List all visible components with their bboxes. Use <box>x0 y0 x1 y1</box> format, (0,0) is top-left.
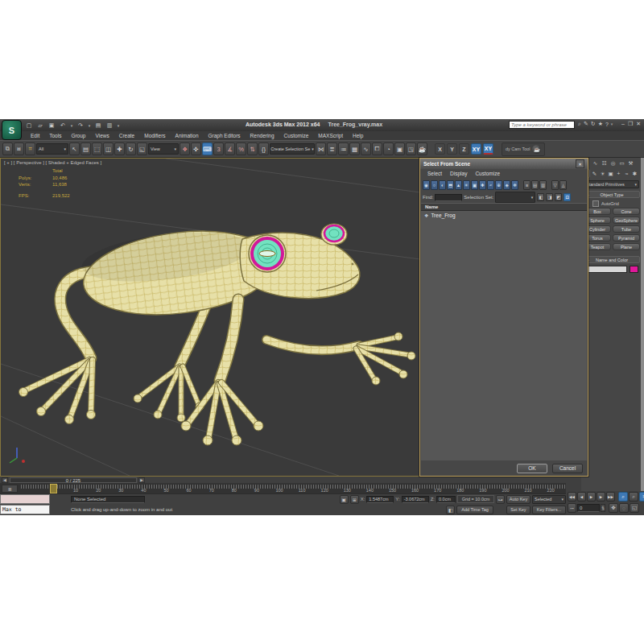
next-frame-button[interactable]: ▶ <box>597 492 605 502</box>
display-lights-icon[interactable]: ☀ <box>463 180 470 190</box>
tab-display[interactable]: ▭ <box>618 159 625 168</box>
scene-object-list[interactable]: ❖ Tree_Frog <box>421 211 587 460</box>
select-and-link-icon[interactable]: ⧉ <box>2 142 13 155</box>
angle-snap-icon[interactable]: ∡ <box>225 142 235 155</box>
primitive-category-dropdown[interactable]: Standard Primitives <box>584 180 639 188</box>
menu-edit[interactable]: Edit <box>26 133 44 138</box>
help-caret-icon[interactable]: ▾ <box>611 122 613 126</box>
time-tag-icon[interactable]: ◧ <box>446 506 455 514</box>
render-production-icon[interactable]: ☕ <box>417 142 427 155</box>
zoom-icon[interactable]: ⌕ <box>618 492 628 502</box>
category-lights[interactable]: ☀ <box>599 169 606 178</box>
viewport-label[interactable]: [ + ] [ Perspective ] [ Shaded + Edged F… <box>4 160 101 165</box>
dialog-title-bar[interactable]: Select From Scene ✕ <box>420 159 588 169</box>
y-coordinate-field[interactable]: -3.0672cm <box>402 496 429 503</box>
pyramid-button[interactable]: Pyramid <box>613 234 640 242</box>
zoom-all-icon[interactable]: ⌕ <box>629 492 638 502</box>
auto-key-button[interactable]: Auto Key <box>506 495 530 504</box>
tube-button[interactable]: Tube <box>613 225 640 233</box>
key-filters-button[interactable]: Key Filters... <box>532 506 566 514</box>
axis-xy-button[interactable]: XY <box>471 143 481 155</box>
key-mode-toggle-icon[interactable]: ⊶ <box>568 503 576 513</box>
geosphere-button[interactable]: GeoSphere <box>613 217 640 224</box>
ok-button[interactable]: OK <box>517 464 547 473</box>
new-scene-icon[interactable]: ▢ <box>24 121 34 130</box>
scene-object-row[interactable]: ❖ Tree_Frog <box>421 211 587 219</box>
named-selection-sets-icon[interactable]: {} <box>258 142 269 155</box>
category-shapes[interactable]: ✎ <box>591 169 598 178</box>
menu-group[interactable]: Group <box>66 133 90 138</box>
project-folder-icon[interactable]: ▤ <box>93 121 103 130</box>
close-button[interactable]: ✕ <box>636 121 641 127</box>
bind-to-spacewarp-icon[interactable]: ⌗ <box>25 142 35 155</box>
qat-overflow-icon[interactable]: ▾ <box>116 121 121 130</box>
display-spacewarps-icon[interactable]: ≈ <box>487 180 494 190</box>
play-button[interactable]: ▶ <box>587 492 596 502</box>
open-file-icon[interactable]: ▱ <box>35 121 45 130</box>
axis-xy2-button[interactable]: XY <box>483 143 493 155</box>
category-helpers[interactable]: + <box>615 169 622 178</box>
tab-hierarchy[interactable]: ☷ <box>601 159 608 168</box>
add-time-tag-button[interactable]: Add Time Tag <box>456 506 493 514</box>
application-menu-button[interactable]: S <box>2 120 22 140</box>
dialog-close-icon[interactable]: ✕ <box>576 159 584 168</box>
help-icon[interactable]: ? <box>605 122 609 127</box>
frame-spinner[interactable]: ⇅ <box>601 504 605 512</box>
menu-graph-editors[interactable]: Graph Editors <box>204 133 246 138</box>
select-and-move-icon[interactable]: ✚ <box>114 142 125 155</box>
category-spacewarps[interactable]: ≈ <box>623 169 630 178</box>
selection-lock-icon[interactable]: ▣ <box>340 495 349 504</box>
category-cameras[interactable]: ▣ <box>607 169 614 178</box>
subtract-from-set-icon[interactable]: ◩ <box>555 193 562 201</box>
menu-create[interactable]: Create <box>114 133 140 138</box>
tab-motion[interactable]: ◎ <box>609 159 617 168</box>
display-shapes-icon[interactable]: ▲ <box>455 180 462 190</box>
command-panel-scrollbar[interactable] <box>641 158 644 491</box>
column-chooser-icon[interactable]: ▥ <box>539 180 547 190</box>
list-view-icon[interactable]: ≡ <box>523 180 530 190</box>
pan-icon[interactable]: ✥ <box>609 503 618 513</box>
redo-caret-icon[interactable]: ▾ <box>87 121 92 130</box>
communication-center-icon[interactable]: ↻ <box>591 121 596 127</box>
dialog-menu-customize[interactable]: Customize <box>471 171 504 176</box>
cone-button[interactable]: Cone <box>613 208 640 215</box>
time-slider-handle[interactable] <box>50 484 57 493</box>
display-containers-icon[interactable]: ◈ <box>503 180 510 190</box>
go-to-end-button[interactable]: ▶▶ <box>606 492 615 502</box>
x-coordinate-field[interactable]: 1.5487cm <box>366 496 394 503</box>
z-coordinate-field[interactable]: 0.0cm <box>436 496 456 503</box>
display-frozen-icon[interactable]: ❄ <box>511 180 518 190</box>
menu-rendering[interactable]: Rendering <box>246 133 279 138</box>
reference-coordinate-dropdown[interactable]: View <box>148 143 179 155</box>
add-to-set-icon[interactable]: ◨ <box>546 193 553 201</box>
render-setup-icon[interactable]: ▣ <box>394 142 405 155</box>
select-children-icon[interactable]: ⊡ <box>564 193 571 201</box>
name-color-rollout[interactable]: Name and Color <box>584 256 640 263</box>
autogrid-checkbox[interactable] <box>592 200 599 207</box>
rect-selection-region-icon[interactable]: ⬚ <box>92 142 102 155</box>
display-all-icon[interactable]: ◉ <box>423 180 430 190</box>
name-column-header[interactable]: Name <box>421 203 587 211</box>
select-and-rotate-icon[interactable]: ↻ <box>126 142 136 155</box>
redo-icon[interactable]: ↷ <box>76 121 85 130</box>
filter-icon[interactable]: ▽ <box>551 180 559 190</box>
object-type-rollout[interactable]: Object Type <box>584 191 640 198</box>
select-and-manipulate-icon[interactable]: ✜ <box>191 142 201 155</box>
minimize-button[interactable]: – <box>621 121 625 127</box>
animate-selected-dropdown[interactable]: Selected <box>532 495 566 504</box>
display-none-icon[interactable]: ○ <box>431 180 438 190</box>
menu-animation[interactable]: Animation <box>171 133 204 138</box>
restore-button[interactable]: ❐ <box>628 121 633 127</box>
custom-filter-icon[interactable]: ◬ <box>559 180 567 190</box>
previous-frame-button[interactable]: ◀ <box>577 492 586 502</box>
ribbon-toggle-icon[interactable]: ▦ <box>349 142 360 155</box>
spinner-snap-icon[interactable]: ⇅ <box>247 142 258 155</box>
mirror-icon[interactable]: ⋈ <box>316 142 326 155</box>
schematic-view-icon[interactable]: ⧠ <box>372 142 382 155</box>
snaps-toggle-icon[interactable]: 3 <box>213 142 224 155</box>
selection-filter-dropdown[interactable]: All <box>36 143 68 155</box>
find-input[interactable] <box>435 194 462 201</box>
use-pivot-center-icon[interactable]: ❖ <box>180 142 190 155</box>
macro-recorder-field[interactable] <box>0 494 50 504</box>
track-bar[interactable]: ≣ 10203040506070809010011012013014015016… <box>0 484 566 493</box>
